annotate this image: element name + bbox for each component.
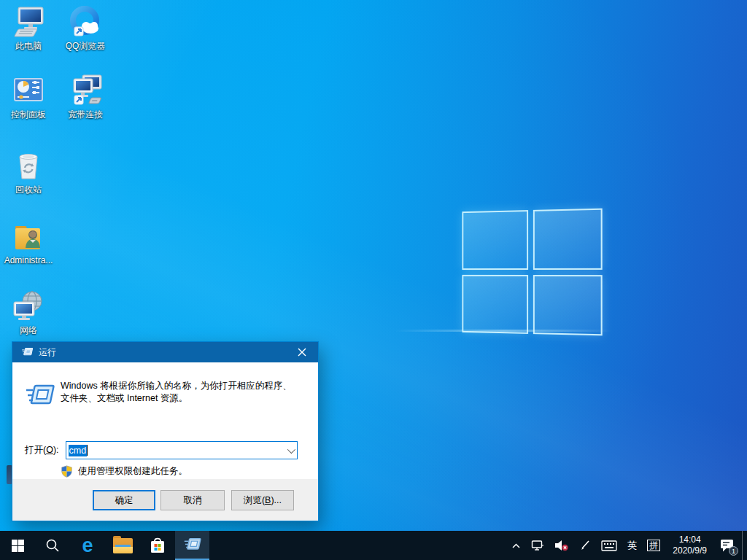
desktop-icon-label: 回收站: [15, 185, 42, 195]
desktop-icon-network[interactable]: 网络: [0, 289, 57, 335]
admin-note-text: 使用管理权限创建此任务。: [78, 465, 187, 478]
ime-language-indicator[interactable]: 英: [624, 531, 640, 560]
run-dialog: 运行 Windows 将根据你所输入的名称，为你打开相应的程序、: [12, 341, 319, 521]
desktop-icon-control-panel[interactable]: 控制面板: [0, 73, 57, 120]
desktop-icon-recycle-bin[interactable]: 回收站: [0, 148, 57, 195]
volume-tray-button[interactable]: [551, 531, 573, 560]
recycle-bin-icon: [11, 148, 46, 183]
browse-button[interactable]: 浏览(B)...: [231, 490, 294, 510]
windows-logo: [462, 209, 602, 336]
run-command-value: cmd: [69, 445, 88, 456]
windows-logo-pane: [462, 274, 527, 334]
network-icon: [11, 289, 46, 324]
run-command-combobox[interactable]: cmd: [66, 441, 298, 459]
desktop-icon-broadband[interactable]: 宽带连接: [57, 73, 114, 120]
desktop-icon-label: 此电脑: [15, 42, 42, 51]
windows-logo-pane: [462, 210, 527, 270]
taskbar-edge-button[interactable]: e: [70, 531, 105, 560]
broadband-connection-icon: [68, 73, 103, 108]
run-dialog-title: 运行: [39, 346, 56, 359]
show-desktop-button[interactable]: [742, 531, 746, 560]
desktop-screen: 此电脑 QQ浏览器: [0, 0, 747, 560]
run-icon: [21, 346, 34, 358]
search-button[interactable]: [35, 531, 70, 560]
run-icon: [183, 536, 202, 553]
control-panel-icon: [11, 73, 46, 108]
desktop-icon-qq-browser[interactable]: QQ浏览器: [57, 4, 114, 51]
close-icon: [298, 348, 306, 357]
admin-privileges-note: 使用管理权限创建此任务。: [61, 465, 187, 478]
desktop-icon-this-pc[interactable]: 此电脑: [0, 4, 57, 51]
text-caret: [87, 445, 88, 456]
desktop-icon-label: Administra...: [4, 256, 53, 265]
windows-start-icon: [12, 540, 24, 552]
windows-logo-pane: [533, 275, 602, 336]
taskbar: e: [0, 531, 747, 560]
taskbar-run-app-button[interactable]: [175, 531, 209, 560]
open-row: 打开(O): cmd: [25, 441, 298, 459]
run-dialog-description: Windows 将根据你所输入的名称，为你打开相应的程序、 文件夹、文档或 In…: [61, 380, 306, 405]
chevron-up-icon: [511, 542, 521, 550]
action-center-button[interactable]: 1: [716, 531, 739, 560]
taskbar-left: e: [0, 531, 209, 560]
ethernet-network-icon: [531, 540, 544, 551]
windows-ink-tray-button[interactable]: [576, 531, 595, 560]
taskbar-file-explorer-button[interactable]: [105, 531, 140, 560]
qq-browser-icon: [68, 4, 103, 39]
description-line-1: Windows 将根据你所输入的名称，为你打开相应的程序、: [61, 380, 306, 392]
network-tray-button[interactable]: [527, 531, 548, 560]
run-icon: [23, 381, 57, 411]
taskbar-clock[interactable]: 14:04 2020/9/9: [667, 534, 713, 556]
search-icon: [45, 538, 60, 553]
close-button[interactable]: [285, 342, 318, 362]
notification-count-badge: 1: [729, 546, 738, 556]
edge-icon: e: [82, 536, 93, 556]
chevron-down-icon[interactable]: [287, 446, 295, 454]
speaker-muted-icon: [554, 540, 569, 551]
run-dialog-footer: 确定 取消 浏览(B)...: [12, 479, 318, 521]
show-hidden-icons-button[interactable]: [508, 531, 525, 560]
start-button[interactable]: [0, 531, 35, 560]
microsoft-store-icon: [149, 536, 166, 555]
run-dialog-titlebar[interactable]: 运行: [12, 342, 318, 362]
desktop-icon-label: 宽带连接: [68, 110, 103, 120]
desktop-icon-administrator[interactable]: Administra...: [0, 219, 57, 265]
uac-shield-icon: [61, 465, 73, 478]
clock-time: 14:04: [679, 534, 701, 545]
description-line-2: 文件夹、文档或 Internet 资源。: [61, 392, 306, 405]
taskbar-store-button[interactable]: [140, 531, 175, 560]
windows-logo-pane: [533, 209, 602, 270]
clock-date: 2020/9/9: [673, 545, 707, 556]
this-pc-icon: [11, 4, 46, 39]
desktop-icon-label: 控制面板: [11, 110, 46, 120]
file-explorer-icon: [113, 538, 133, 553]
touch-keyboard-tray-button[interactable]: [597, 531, 621, 560]
ok-button[interactable]: 确定: [93, 490, 155, 510]
open-label: 打开(O):: [25, 444, 59, 456]
desktop-icon-label: QQ浏览器: [66, 42, 106, 51]
cancel-button[interactable]: 取消: [160, 490, 225, 510]
logo-floor-glow: [394, 330, 613, 332]
run-dialog-body: Windows 将根据你所输入的名称，为你打开相应的程序、 文件夹、文档或 In…: [12, 362, 318, 479]
pen-icon: [579, 540, 591, 551]
keyboard-icon: [601, 540, 617, 551]
ime-mode-indicator[interactable]: 拼: [643, 531, 664, 560]
system-tray: 英 拼 14:04 2020/9/9 1: [508, 531, 747, 560]
desktop-icon-label: 网络: [20, 326, 37, 335]
administrator-folder-icon: [11, 219, 46, 254]
